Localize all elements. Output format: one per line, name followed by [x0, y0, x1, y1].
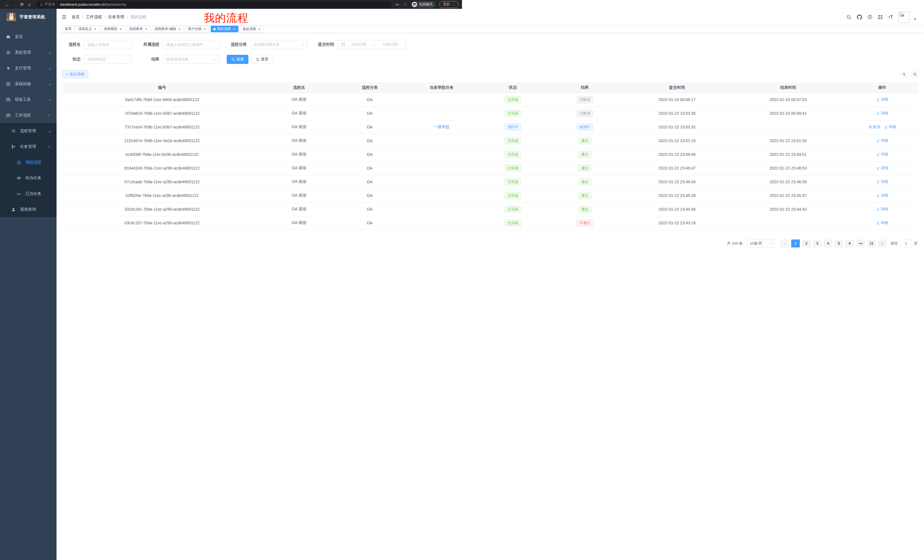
tab-process-def[interactable]: 流程定义× — [76, 26, 100, 32]
cell-category: OA — [336, 106, 403, 120]
cell-current-task — [403, 134, 462, 148]
sidebar-item-home[interactable]: 首页 — [0, 29, 57, 45]
tab-label: 发起流程 — [242, 27, 256, 31]
process-name-input[interactable] — [84, 40, 132, 49]
browser-update-button[interactable]: 更新 ⋮ — [439, 1, 459, 8]
cell-process-id: ec45f38f-7b9a-11ec-b03b-acde48001122 — [62, 148, 262, 161]
table-row: 331bc281-7b9a-11ec-a290-acde48001122OA 请… — [62, 202, 462, 216]
close-icon[interactable]: × — [119, 27, 123, 31]
date-end-placeholder[interactable]: 结束日期 — [378, 42, 403, 47]
breadcrumb-task-mgmt[interactable]: 任务管理 — [108, 15, 124, 20]
close-icon[interactable]: × — [203, 27, 207, 31]
cell-process-id: 7317cec6-7b9b-11ec-b5b7-acde48001122 — [62, 120, 262, 134]
gear-icon — [6, 50, 10, 55]
cell-process-id: 7470a810-7b9b-11ec-b5b7-acde48001122 — [62, 106, 262, 120]
cell-process-name: OA 请假 — [262, 189, 336, 202]
close-icon[interactable]: × — [144, 27, 148, 31]
tab-start-process[interactable]: 发起流程× — [240, 26, 264, 32]
chevron-down-icon — [214, 58, 217, 60]
sidebar-item-label: 流程管理 — [20, 129, 36, 133]
cell-category: OA — [336, 202, 403, 216]
chevron-down-icon — [48, 129, 50, 133]
tab-home[interactable]: 首页 — [62, 26, 74, 32]
sidebar-item-leave-query[interactable]: 请假查询 — [0, 202, 57, 217]
active-dot — [213, 28, 216, 30]
dashboard-icon — [6, 34, 10, 39]
sidebar-item-process-mgmt[interactable]: 流程管理 — [0, 123, 57, 139]
tab-my-process[interactable]: 我的流程× — [211, 26, 238, 32]
sidebar-item-label: 待办任务 — [26, 175, 41, 181]
monitor-icon — [6, 82, 10, 86]
browser-back-button[interactable]: ← — [3, 2, 11, 7]
key-icon[interactable] — [395, 2, 400, 7]
breadcrumb-home[interactable]: 首页 — [72, 15, 80, 20]
cell-category: OA — [336, 134, 403, 148]
toolbox-icon — [6, 97, 10, 102]
browser-reload-button[interactable]: ⟳ — [18, 2, 26, 7]
update-label: 更新 — [443, 2, 450, 7]
sidebar-item-done-task[interactable]: 已办任务 — [0, 186, 57, 202]
current-task-link[interactable]: 一级审批 — [434, 124, 449, 129]
cell-process-id: 67c2eaab-7b9a-11ec-a290-acde48001122 — [62, 175, 262, 189]
table-row: 2152467e-7b9b-11ec-9a1b-acde48001122OA 请… — [62, 134, 462, 148]
face-icon — [16, 160, 21, 165]
cell-current-task — [403, 161, 462, 175]
tab-process-form[interactable]: 流程表单× — [126, 26, 150, 32]
chevron-down-icon — [302, 43, 304, 46]
tab-label: 流程模型 — [104, 27, 117, 31]
bookmark-star-icon[interactable]: ☆ — [404, 2, 407, 7]
browser-forward-button[interactable]: → — [11, 2, 18, 7]
cell-category: OA — [336, 175, 403, 189]
table-row: 7470a810-7b9b-11ec-b5b7-acde48001122OA 请… — [62, 106, 462, 120]
chevron-down-icon — [48, 82, 50, 86]
close-icon[interactable]: × — [178, 27, 182, 31]
address-bar[interactable]: ⚠ 不安全 dashboard.yudao.iocoder.cn/bpm/tas… — [36, 1, 391, 8]
browser-home-button[interactable]: ⌂ — [26, 2, 33, 7]
sidebar-item-payment[interactable]: ¥支付管理 — [0, 60, 57, 76]
close-icon[interactable]: × — [232, 27, 236, 31]
cell-current-task — [403, 202, 462, 216]
table-row: 52ffd28e-7b9a-11ec-a290-acde48001122OA 请… — [62, 189, 462, 202]
cell-category: OA — [336, 216, 403, 230]
filter-time-label: 提交时间 — [316, 42, 334, 47]
cell-process-name: OA 请假 — [262, 202, 336, 216]
sidebar-item-devtools[interactable]: 研发工具 — [0, 91, 57, 107]
category-select[interactable]: 请选择流程分类 — [250, 40, 307, 49]
date-start-placeholder[interactable]: 开始日期 — [346, 42, 371, 47]
status-select[interactable]: 请选择状态 — [84, 55, 132, 64]
cell-process-name: OA 请假 — [262, 175, 336, 189]
sidebar-item-label: 请假查询 — [20, 207, 36, 212]
breadcrumb-workflow[interactable]: 工作流程 — [86, 15, 102, 20]
cell-category: OA — [336, 189, 403, 202]
cell-process-id: 03c6c157-7b9a-11ec-a290-acde48001122 — [62, 216, 262, 230]
sidebar-item-task-mgmt[interactable]: 任务管理 — [0, 139, 57, 154]
search-button[interactable]: 搜索 — [227, 55, 248, 64]
close-icon[interactable]: × — [93, 27, 97, 31]
cell-process-name: OA 请假 — [262, 161, 336, 175]
cell-current-task — [403, 175, 462, 189]
tab-process-model[interactable]: 流程模型× — [101, 26, 125, 32]
tab-process-form-edit[interactable]: 流程表单-编辑× — [152, 26, 184, 32]
close-icon[interactable]: × — [258, 27, 261, 31]
sidebar: 芋道管理系统 首页系统管理¥支付管理基础设施研发工具工作流程流程管理任务管理我的… — [0, 9, 57, 280]
filter-category-label: 流程分类 — [228, 42, 247, 47]
sidebar-item-todo-task[interactable]: 待办任务 — [0, 170, 57, 186]
process-definition-input[interactable] — [163, 40, 220, 49]
create-process-button[interactable]: + 发起流程 — [62, 70, 88, 78]
cell-category: OA — [336, 148, 403, 161]
hamburger-icon[interactable] — [61, 14, 67, 20]
tab-user-group[interactable]: 用户分组× — [185, 26, 209, 32]
sidebar-item-workflow[interactable]: 工作流程 — [0, 107, 57, 123]
tab-label: 流程定义 — [78, 27, 92, 31]
sidebar-item-system[interactable]: 系统管理 — [0, 45, 57, 60]
app-logo-row[interactable]: 芋道管理系统 — [0, 9, 57, 25]
date-range-picker[interactable]: 开始日期 - 结束日期 — [338, 40, 406, 49]
result-select[interactable]: 请选择流结果 — [163, 55, 220, 64]
sidebar-item-label: 工作流程 — [15, 113, 31, 118]
browser-menu-icon[interactable]: ⋮ — [452, 3, 456, 7]
url-path: /bpm/task/my — [105, 3, 126, 7]
sidebar-item-infra[interactable]: 基础设施 — [0, 76, 57, 91]
reset-button[interactable]: 重置 — [251, 55, 273, 64]
sidebar-item-my-process[interactable]: 我的流程 — [0, 154, 57, 170]
result-placeholder: 请选择流结果 — [166, 57, 189, 62]
